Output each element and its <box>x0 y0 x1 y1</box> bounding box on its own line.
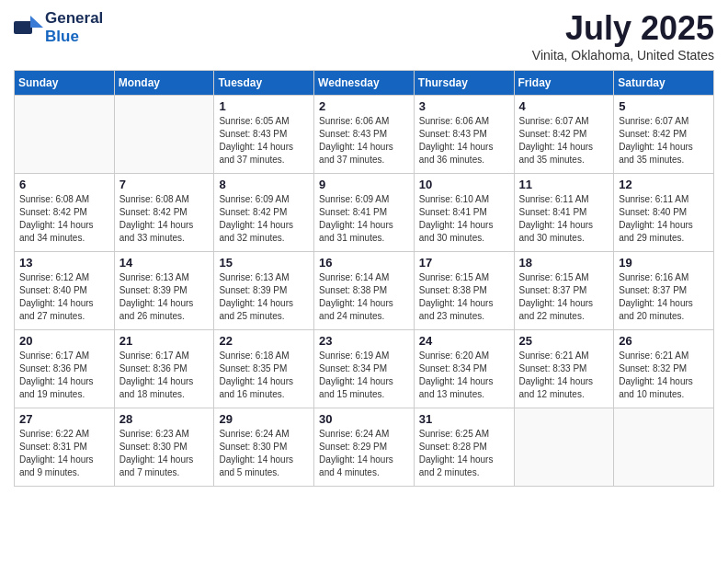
day-number: 21 <box>119 334 210 348</box>
day-cell: 21Sunrise: 6:17 AMSunset: 8:36 PMDayligh… <box>114 330 214 408</box>
day-info: Sunrise: 6:12 AMSunset: 8:40 PMDaylight:… <box>19 271 109 323</box>
day-number: 6 <box>19 178 109 191</box>
week-row-2: 13Sunrise: 6:12 AMSunset: 8:40 PMDayligh… <box>15 252 714 330</box>
day-cell: 17Sunrise: 6:15 AMSunset: 8:38 PMDayligh… <box>414 252 514 330</box>
location: Vinita, Oklahoma, United States <box>532 48 714 63</box>
header-friday: Friday <box>514 71 614 96</box>
month-title: July 2025 <box>532 9 714 48</box>
day-cell: 19Sunrise: 6:16 AMSunset: 8:37 PMDayligh… <box>614 252 714 330</box>
day-info: Sunrise: 6:20 AMSunset: 8:34 PMDaylight:… <box>419 350 509 401</box>
logo-icon <box>14 16 43 40</box>
day-cell: 30Sunrise: 6:24 AMSunset: 8:29 PMDayligh… <box>314 408 415 487</box>
week-row-1: 6Sunrise: 6:08 AMSunset: 8:42 PMDaylight… <box>15 174 714 252</box>
day-info: Sunrise: 6:16 AMSunset: 8:37 PMDaylight:… <box>619 271 709 323</box>
day-number: 22 <box>219 334 309 348</box>
logo: General Blue <box>14 9 103 46</box>
day-number: 16 <box>319 256 409 270</box>
day-cell: 16Sunrise: 6:14 AMSunset: 8:38 PMDayligh… <box>314 252 415 330</box>
day-cell: 9Sunrise: 6:09 AMSunset: 8:41 PMDaylight… <box>314 174 415 252</box>
day-number: 10 <box>419 178 509 191</box>
day-info: Sunrise: 6:09 AMSunset: 8:42 PMDaylight:… <box>219 193 309 245</box>
page-header: General Blue July 2025 Vinita, Oklahoma,… <box>14 9 714 63</box>
logo-blue: Blue <box>45 28 79 45</box>
day-cell: 27Sunrise: 6:22 AMSunset: 8:31 PMDayligh… <box>15 408 115 487</box>
day-cell: 8Sunrise: 6:09 AMSunset: 8:42 PMDaylight… <box>214 174 314 252</box>
header-sunday: Sunday <box>15 71 115 96</box>
day-cell: 28Sunrise: 6:23 AMSunset: 8:30 PMDayligh… <box>114 408 214 487</box>
day-cell: 20Sunrise: 6:17 AMSunset: 8:36 PMDayligh… <box>15 330 115 408</box>
day-number: 8 <box>219 178 309 191</box>
svg-marker-1 <box>30 16 43 28</box>
day-number: 18 <box>519 256 609 270</box>
logo-general: General <box>45 9 103 27</box>
day-info: Sunrise: 6:08 AMSunset: 8:42 PMDaylight:… <box>119 193 210 245</box>
day-info: Sunrise: 6:11 AMSunset: 8:40 PMDaylight:… <box>619 193 709 245</box>
day-cell: 29Sunrise: 6:24 AMSunset: 8:30 PMDayligh… <box>214 408 314 487</box>
day-info: Sunrise: 6:05 AMSunset: 8:43 PMDaylight:… <box>219 115 309 167</box>
day-cell <box>614 408 714 487</box>
day-info: Sunrise: 6:14 AMSunset: 8:38 PMDaylight:… <box>319 271 409 323</box>
day-cell: 24Sunrise: 6:20 AMSunset: 8:34 PMDayligh… <box>414 330 514 408</box>
day-cell: 22Sunrise: 6:18 AMSunset: 8:35 PMDayligh… <box>214 330 314 408</box>
day-info: Sunrise: 6:25 AMSunset: 8:28 PMDaylight:… <box>419 428 509 479</box>
day-number: 24 <box>419 334 509 348</box>
day-cell: 23Sunrise: 6:19 AMSunset: 8:34 PMDayligh… <box>314 330 415 408</box>
week-row-4: 27Sunrise: 6:22 AMSunset: 8:31 PMDayligh… <box>15 408 714 487</box>
day-number: 31 <box>419 412 509 426</box>
day-cell: 12Sunrise: 6:11 AMSunset: 8:40 PMDayligh… <box>614 174 714 252</box>
day-cell: 14Sunrise: 6:13 AMSunset: 8:39 PMDayligh… <box>114 252 214 330</box>
day-number: 20 <box>19 334 109 348</box>
day-number: 13 <box>19 256 109 270</box>
day-info: Sunrise: 6:07 AMSunset: 8:42 PMDaylight:… <box>519 115 609 167</box>
day-cell: 1Sunrise: 6:05 AMSunset: 8:43 PMDaylight… <box>214 96 314 174</box>
day-number: 14 <box>119 256 210 270</box>
day-info: Sunrise: 6:06 AMSunset: 8:43 PMDaylight:… <box>419 115 509 167</box>
day-number: 7 <box>119 178 210 191</box>
day-number: 15 <box>219 256 309 270</box>
svg-rect-0 <box>14 21 32 34</box>
header-saturday: Saturday <box>614 71 714 96</box>
day-cell: 15Sunrise: 6:13 AMSunset: 8:39 PMDayligh… <box>214 252 314 330</box>
day-number: 12 <box>619 178 709 191</box>
day-cell <box>114 96 214 174</box>
day-number: 25 <box>519 334 609 348</box>
day-info: Sunrise: 6:23 AMSunset: 8:30 PMDaylight:… <box>119 428 210 479</box>
day-info: Sunrise: 6:07 AMSunset: 8:42 PMDaylight:… <box>619 115 709 167</box>
day-info: Sunrise: 6:19 AMSunset: 8:34 PMDaylight:… <box>319 350 409 401</box>
header-monday: Monday <box>114 71 214 96</box>
week-row-0: 1Sunrise: 6:05 AMSunset: 8:43 PMDaylight… <box>15 96 714 174</box>
day-info: Sunrise: 6:21 AMSunset: 8:32 PMDaylight:… <box>619 350 709 401</box>
day-number: 19 <box>619 256 709 270</box>
day-number: 1 <box>219 99 309 113</box>
day-number: 23 <box>319 334 409 348</box>
day-cell: 25Sunrise: 6:21 AMSunset: 8:33 PMDayligh… <box>514 330 614 408</box>
day-number: 2 <box>319 99 409 113</box>
calendar-table: SundayMondayTuesdayWednesdayThursdayFrid… <box>14 70 714 487</box>
header-thursday: Thursday <box>414 71 514 96</box>
day-info: Sunrise: 6:17 AMSunset: 8:36 PMDaylight:… <box>19 350 109 401</box>
calendar-header-row: SundayMondayTuesdayWednesdayThursdayFrid… <box>15 71 714 96</box>
day-number: 27 <box>19 412 109 426</box>
day-cell: 6Sunrise: 6:08 AMSunset: 8:42 PMDaylight… <box>15 174 115 252</box>
day-info: Sunrise: 6:24 AMSunset: 8:30 PMDaylight:… <box>219 428 309 479</box>
day-cell: 11Sunrise: 6:11 AMSunset: 8:41 PMDayligh… <box>514 174 614 252</box>
title-area: July 2025 Vinita, Oklahoma, United State… <box>532 9 714 63</box>
day-number: 30 <box>319 412 409 426</box>
day-cell <box>15 96 115 174</box>
day-cell: 13Sunrise: 6:12 AMSunset: 8:40 PMDayligh… <box>15 252 115 330</box>
day-cell: 18Sunrise: 6:15 AMSunset: 8:37 PMDayligh… <box>514 252 614 330</box>
day-info: Sunrise: 6:08 AMSunset: 8:42 PMDaylight:… <box>19 193 109 245</box>
day-info: Sunrise: 6:11 AMSunset: 8:41 PMDaylight:… <box>519 193 609 245</box>
week-row-3: 20Sunrise: 6:17 AMSunset: 8:36 PMDayligh… <box>15 330 714 408</box>
day-cell: 31Sunrise: 6:25 AMSunset: 8:28 PMDayligh… <box>414 408 514 487</box>
day-number: 4 <box>519 99 609 113</box>
day-number: 3 <box>419 99 509 113</box>
header-wednesday: Wednesday <box>314 71 415 96</box>
day-cell: 7Sunrise: 6:08 AMSunset: 8:42 PMDaylight… <box>114 174 214 252</box>
day-info: Sunrise: 6:15 AMSunset: 8:37 PMDaylight:… <box>519 271 609 323</box>
day-number: 11 <box>519 178 609 191</box>
day-info: Sunrise: 6:24 AMSunset: 8:29 PMDaylight:… <box>319 428 409 479</box>
day-info: Sunrise: 6:10 AMSunset: 8:41 PMDaylight:… <box>419 193 509 245</box>
day-info: Sunrise: 6:13 AMSunset: 8:39 PMDaylight:… <box>119 271 210 323</box>
day-number: 29 <box>219 412 309 426</box>
